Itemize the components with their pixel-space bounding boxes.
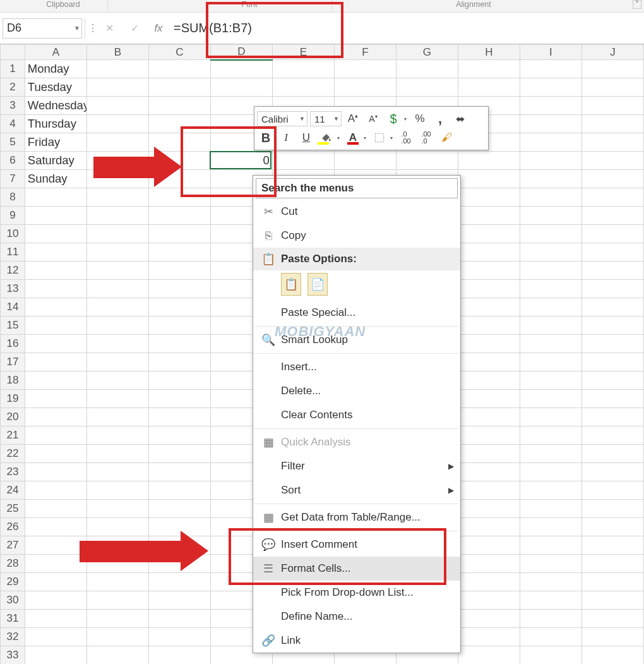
decrease-font-button[interactable]: A▾	[364, 111, 382, 127]
cell-C28[interactable]	[148, 555, 210, 573]
cell-B8[interactable]	[86, 188, 148, 207]
cell-A10[interactable]	[25, 225, 86, 243]
menu-item-insert-comment[interactable]: 💬 Insert Comment	[253, 533, 460, 557]
cell-J10[interactable]	[581, 225, 643, 243]
row-header-27[interactable]: 27	[1, 536, 25, 555]
cell-J2[interactable]	[581, 78, 643, 97]
cell-I5[interactable]	[520, 133, 581, 152]
cell-A13[interactable]	[25, 280, 86, 298]
row-header-32[interactable]: 32	[1, 628, 25, 646]
cell-I28[interactable]	[520, 555, 581, 573]
cell-C32[interactable]	[148, 628, 210, 646]
row-header-8[interactable]: 8	[1, 188, 25, 207]
cell-I30[interactable]	[520, 591, 581, 610]
cell-C2[interactable]	[148, 78, 210, 97]
column-header-F[interactable]: F	[334, 45, 396, 60]
cell-I27[interactable]	[520, 536, 581, 555]
chevron-down-icon[interactable]: ▼	[333, 116, 339, 122]
cell-J1[interactable]	[581, 60, 643, 78]
menu-item-define-name[interactable]: Define Name...	[253, 605, 460, 629]
cell-J33[interactable]	[581, 646, 643, 665]
cell-D2[interactable]	[210, 78, 272, 97]
cell-A27[interactable]	[25, 536, 86, 555]
format-painter-button[interactable]: 🖌	[438, 130, 455, 146]
row-header-18[interactable]: 18	[1, 371, 25, 390]
comma-format-button[interactable]: ,	[431, 111, 449, 127]
cell-C15[interactable]	[148, 317, 210, 335]
chevron-down-icon[interactable]: ▾	[335, 135, 342, 141]
cell-I4[interactable]	[520, 115, 581, 133]
row-header-13[interactable]: 13	[1, 280, 25, 298]
cell-A19[interactable]	[25, 390, 86, 408]
cell-B16[interactable]	[86, 335, 148, 353]
chevron-down-icon[interactable]: ▾	[388, 135, 395, 141]
column-header-J[interactable]: J	[581, 45, 643, 60]
row-header-11[interactable]: 11	[1, 243, 25, 262]
select-all-corner[interactable]	[1, 45, 25, 60]
fx-label[interactable]: fx	[147, 22, 170, 35]
cell-H9[interactable]	[458, 207, 520, 225]
cell-E6[interactable]	[272, 152, 334, 170]
cell-C21[interactable]	[148, 426, 210, 445]
cell-B23[interactable]	[86, 463, 148, 481]
cell-I3[interactable]	[520, 97, 581, 115]
cell-B10[interactable]	[86, 225, 148, 243]
row-header-24[interactable]: 24	[1, 481, 25, 500]
cell-I1[interactable]	[520, 60, 581, 78]
cell-I16[interactable]	[520, 335, 581, 353]
column-header-A[interactable]: A	[25, 45, 86, 60]
cell-A15[interactable]	[25, 317, 86, 335]
cell-J30[interactable]	[581, 591, 643, 610]
cell-B33[interactable]	[86, 646, 148, 665]
cell-C14[interactable]	[148, 298, 210, 317]
column-header-I[interactable]: I	[520, 45, 581, 60]
cell-C26[interactable]	[148, 518, 210, 536]
cell-B7[interactable]	[86, 170, 148, 188]
cell-B14[interactable]	[86, 298, 148, 317]
cell-J23[interactable]	[581, 463, 643, 481]
cell-B27[interactable]	[86, 536, 148, 555]
cell-G6[interactable]	[396, 152, 458, 170]
cell-A28[interactable]	[25, 555, 86, 573]
cell-J11[interactable]	[581, 243, 643, 262]
cell-C12[interactable]	[148, 262, 210, 280]
cell-J5[interactable]	[581, 133, 643, 152]
cell-B26[interactable]	[86, 518, 148, 536]
cell-I26[interactable]	[520, 518, 581, 536]
formula-input[interactable]	[170, 18, 641, 39]
row-header-31[interactable]: 31	[1, 610, 25, 628]
cell-B17[interactable]	[86, 353, 148, 371]
cell-A5[interactable]: Friday	[25, 133, 86, 152]
cell-C31[interactable]	[148, 610, 210, 628]
cell-A23[interactable]	[25, 463, 86, 481]
cell-I18[interactable]	[520, 371, 581, 390]
cell-J13[interactable]	[581, 280, 643, 298]
menu-item-link[interactable]: 🔗 Link	[253, 629, 460, 653]
cell-H30[interactable]	[458, 591, 520, 610]
cell-B12[interactable]	[86, 262, 148, 280]
cell-I8[interactable]	[520, 188, 581, 207]
menu-item-sort[interactable]: Sort ▶	[253, 478, 460, 502]
ribbon-collapse-icon[interactable]: ˄	[633, 0, 641, 9]
cell-J3[interactable]	[581, 97, 643, 115]
underline-button[interactable]: U	[297, 130, 315, 146]
cell-G2[interactable]	[396, 78, 458, 97]
cell-F2[interactable]	[334, 78, 396, 97]
cell-C11[interactable]	[148, 243, 210, 262]
cell-J6[interactable]	[581, 152, 643, 170]
accept-formula-button[interactable]: ✓	[122, 18, 147, 39]
cell-C18[interactable]	[148, 371, 210, 390]
cell-A25[interactable]	[25, 500, 86, 518]
cell-J22[interactable]	[581, 445, 643, 463]
cell-C16[interactable]	[148, 335, 210, 353]
cell-C22[interactable]	[148, 445, 210, 463]
bold-button[interactable]: B	[257, 130, 275, 146]
cell-C13[interactable]	[148, 280, 210, 298]
cell-I22[interactable]	[520, 445, 581, 463]
cell-C19[interactable]	[148, 390, 210, 408]
chevron-down-icon[interactable]: ▼	[299, 116, 305, 122]
cell-A30[interactable]	[25, 591, 86, 610]
cell-J12[interactable]	[581, 262, 643, 280]
increase-decimal-button[interactable]: .0.00	[397, 130, 415, 146]
cell-J8[interactable]	[581, 188, 643, 207]
